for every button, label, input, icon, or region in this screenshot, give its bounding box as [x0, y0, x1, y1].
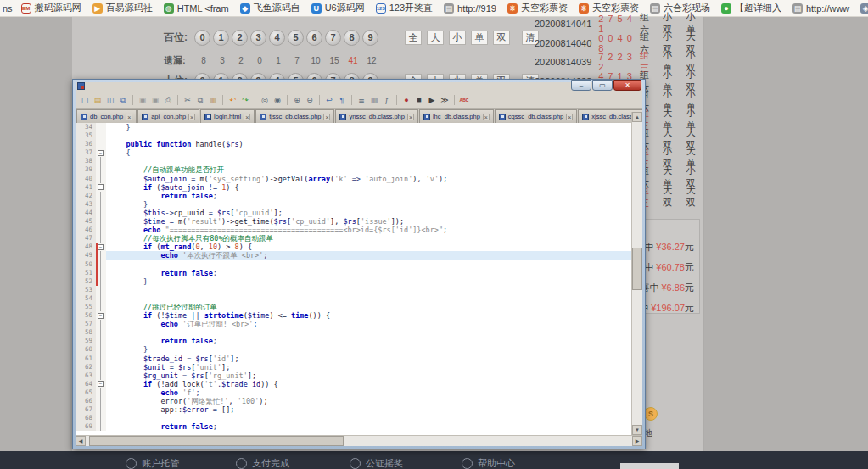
vertical-scrollbar[interactable]: ▲ ▼: [631, 112, 642, 435]
tab-close-icon[interactable]: ×: [483, 114, 490, 120]
fold-collapse-icon[interactable]: −: [98, 150, 104, 156]
bookmark-item[interactable]: ▤http://919: [444, 3, 496, 14]
filter-button-全[interactable]: 全: [405, 31, 422, 45]
code-area[interactable]: 34 }3536 public function handle($rs)37− …: [76, 123, 642, 435]
scroll-up-arrow[interactable]: ▲: [632, 112, 642, 122]
tab-api_con.php[interactable]: api_con.php×: [137, 109, 199, 123]
token: =: [165, 217, 178, 226]
tab-close-icon[interactable]: ×: [323, 114, 330, 120]
filter-button-小[interactable]: 小: [449, 31, 466, 45]
tab-tjssc_db.class.php[interactable]: tjssc_db.class.php×: [255, 109, 334, 123]
fold-collapse-icon[interactable]: −: [98, 184, 104, 190]
spell-check-icon[interactable]: ABC: [458, 94, 470, 106]
fold-margin: [96, 422, 106, 431]
open-folder-icon[interactable]: ▤: [92, 94, 104, 106]
fold-collapse-icon[interactable]: −: [98, 381, 104, 387]
fold-collapse-icon[interactable]: −: [98, 313, 104, 319]
bookmark-item[interactable]: UU6源码网: [311, 2, 365, 14]
close-all-icon[interactable]: ▣: [149, 94, 161, 106]
tab-close-icon[interactable]: ×: [566, 114, 573, 120]
bookmark-item[interactable]: ❋天空彩票资: [579, 2, 639, 14]
ball-1[interactable]: 1: [213, 30, 229, 46]
zoom-in-icon[interactable]: ⊕: [291, 94, 303, 106]
redo-icon[interactable]: ↷: [239, 94, 251, 106]
minimize-button[interactable]: –: [571, 80, 591, 91]
close-button[interactable]: ✕: [613, 80, 641, 91]
horizontal-scroll-thumb[interactable]: [89, 436, 344, 446]
fold-guide-line: [100, 286, 101, 294]
undo-icon[interactable]: ↶: [227, 94, 238, 106]
ball-7[interactable]: 7: [325, 30, 341, 46]
bookmark-item[interactable]: BM搬码源码网: [21, 2, 81, 14]
fold-guide-line: [100, 260, 101, 269]
cut-icon[interactable]: ✂: [182, 94, 193, 106]
paste-icon[interactable]: ▥: [207, 94, 219, 106]
issue-number: 20200814041: [535, 19, 598, 29]
footer-item[interactable]: 支付完成: [236, 457, 289, 469]
bookmark-item[interactable]: ▤http://www: [792, 3, 849, 14]
show-symbols-icon[interactable]: ¶: [336, 94, 348, 106]
token: if: [143, 243, 152, 251]
tab-login.html[interactable]: login.html×: [200, 109, 255, 123]
doc-map-icon[interactable]: ▥: [368, 94, 380, 106]
indent-guide-icon[interactable]: ≣: [356, 94, 367, 106]
token: [109, 243, 143, 251]
ball-4[interactable]: 4: [269, 30, 285, 46]
code-text: $this->cp_uuid = $rs['cp_uuid'];: [106, 209, 642, 217]
copy-icon[interactable]: ⧉: [194, 94, 206, 106]
filter-button-双[interactable]: 双: [493, 31, 510, 45]
fold-collapse-icon[interactable]: −: [98, 244, 104, 250]
tab-close-icon[interactable]: ×: [188, 114, 195, 120]
tab-ynssc_db.class.php[interactable]: ynssc_db.class.php×: [335, 109, 417, 123]
bookmark-item[interactable]: ◍HTML <fram: [164, 3, 229, 14]
bookmark-item[interactable]: ●【超详细入: [721, 2, 781, 14]
horizontal-scrollbar[interactable]: ◀ ▶: [76, 435, 642, 446]
scroll-left-arrow[interactable]: ◀: [76, 436, 86, 446]
ball-8[interactable]: 8: [344, 30, 360, 46]
tab-cqssc_db.class.php[interactable]: cqssc_db.class.php×: [495, 109, 577, 123]
close-doc-icon[interactable]: ▣: [137, 94, 148, 106]
replace-icon[interactable]: ◉: [272, 94, 283, 106]
ball-2[interactable]: 2: [232, 30, 248, 46]
bookmark-item[interactable]: ▶百易源码社: [92, 2, 153, 14]
fold-guide-line: [100, 328, 101, 337]
footer-item[interactable]: 公证摇奖: [350, 457, 403, 469]
maximize-button[interactable]: ▭: [592, 80, 613, 91]
record-macro-icon[interactable]: ●: [400, 94, 412, 106]
function-list-icon[interactable]: ƒ: [381, 94, 393, 106]
bookmark-item[interactable]: ◆飞鱼源码自: [240, 2, 300, 14]
ball-5[interactable]: 5: [288, 30, 304, 46]
stop-macro-icon[interactable]: ■: [413, 94, 425, 106]
filter-button-单[interactable]: 单: [471, 31, 488, 45]
word-wrap-icon[interactable]: ↩: [323, 94, 335, 106]
tab-lhc_db.class.php[interactable]: lhc_db.class.php×: [419, 109, 494, 123]
ball-6[interactable]: 6: [306, 30, 322, 46]
tab-db_con.php[interactable]: db_con.php×: [76, 109, 137, 123]
window-titlebar[interactable]: –▭✕: [73, 80, 645, 92]
scroll-right-arrow[interactable]: ▶: [632, 436, 642, 446]
tab-close-icon[interactable]: ×: [407, 114, 414, 120]
tab-close-icon[interactable]: ×: [126, 114, 132, 120]
bookmark-item[interactable]: 123123开奖直: [376, 2, 433, 14]
bookmark-item[interactable]: ◈安全脉搏 |: [860, 2, 868, 14]
run-multi-icon[interactable]: ≫: [439, 94, 451, 106]
play-macro-icon[interactable]: ▶: [426, 94, 438, 106]
new-file-icon[interactable]: ▢: [79, 94, 91, 106]
ball-9[interactable]: 9: [362, 30, 378, 46]
vertical-scroll-thumb[interactable]: [632, 248, 642, 290]
save-icon[interactable]: ◫: [104, 94, 116, 106]
find-icon[interactable]: ◎: [259, 94, 271, 106]
zoom-out-icon[interactable]: ⊖: [304, 94, 316, 106]
bookmark-item[interactable]: ❋天空彩票资: [507, 2, 568, 14]
save-all-icon[interactable]: ⧉: [117, 94, 129, 106]
print-icon[interactable]: ⎙: [162, 94, 174, 106]
footer-button[interactable]: [620, 463, 679, 469]
ball-0[interactable]: 0: [194, 30, 210, 46]
filter-button-大[interactable]: 大: [427, 31, 444, 45]
footer-item[interactable]: 账户托管: [126, 457, 179, 469]
scroll-down-arrow[interactable]: ▼: [632, 425, 642, 435]
tab-close-icon[interactable]: ×: [244, 114, 250, 120]
footer-item[interactable]: 帮助中心: [462, 457, 515, 469]
token: =: [182, 355, 195, 363]
ball-3[interactable]: 3: [250, 30, 266, 46]
